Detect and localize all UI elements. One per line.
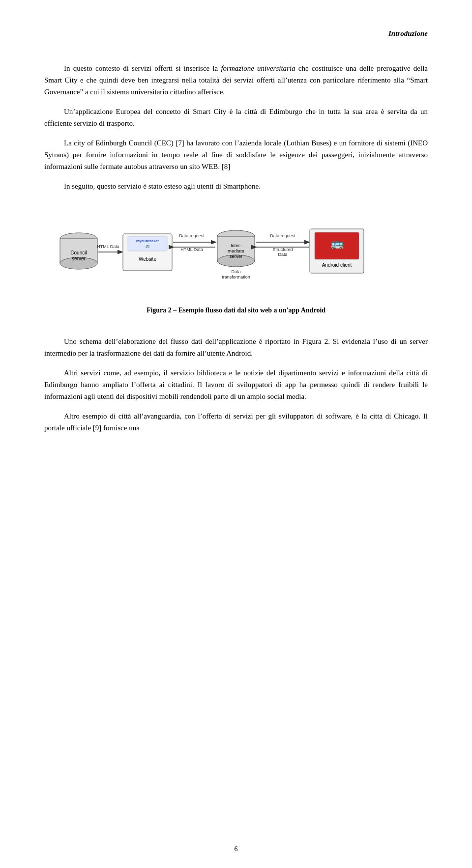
svg-text:🚌: 🚌 (330, 237, 344, 250)
paragraph-5: Uno schema dell’elaborazione del flusso … (44, 336, 428, 359)
svg-text:Data: Data (278, 252, 287, 257)
figure-2-caption: Figura 2 – Esempio flusso dati dal sito … (44, 305, 428, 316)
svg-text:transformation: transformation (222, 275, 250, 280)
paragraph-2: Un’applicazione Europea del concetto di … (44, 106, 428, 129)
page: Introduzione In questo contesto di servi… (0, 0, 472, 868)
svg-text:HTML Data: HTML Data (180, 247, 203, 252)
svg-text:mediate: mediate (228, 248, 244, 253)
svg-text:server: server (72, 256, 86, 261)
paragraph-4: In seguito, questo servizio è stato este… (44, 180, 428, 192)
page-number: 6 (0, 845, 472, 853)
svg-text:Inter-: Inter- (231, 243, 241, 248)
svg-text:Data request: Data request (270, 233, 295, 238)
svg-text:Structured: Structured (272, 247, 293, 252)
svg-rect-8 (128, 236, 167, 251)
svg-text:Council: Council (70, 250, 87, 255)
figure-2-container: Council server HTML Data mybustracker 🚌 … (44, 212, 428, 316)
svg-text:Data: Data (231, 269, 240, 274)
svg-text:Android client: Android client (322, 262, 352, 268)
paragraph-1: In questo contesto di servizi offerti si… (44, 62, 428, 98)
svg-text:server: server (230, 253, 242, 259)
content: In questo contesto di servizi offerti si… (44, 62, 428, 434)
paragraph-1-text-before: In questo contesto di servizi offerti si… (64, 64, 221, 72)
paragraph-1-italic: formazione universitaria (221, 64, 295, 72)
paragraph-3: La city of Edinburgh Council (CEC) [7] h… (44, 137, 428, 172)
svg-text:HTML Data: HTML Data (97, 244, 119, 249)
svg-text:🚌: 🚌 (146, 244, 150, 248)
paragraph-6: Altri servizi come, ad esempio, il servi… (44, 367, 428, 402)
svg-text:Website: Website (139, 256, 156, 262)
figure-2-diagram: Council server HTML Data mybustracker 🚌 … (49, 212, 423, 300)
paragraph-7: Altro esempio di città all’avanguardia, … (44, 410, 428, 434)
page-title: Introduzione (388, 29, 428, 37)
svg-text:Data request: Data request (179, 233, 205, 238)
page-header: Introduzione (44, 29, 428, 38)
svg-text:mybustracker: mybustracker (136, 239, 159, 243)
